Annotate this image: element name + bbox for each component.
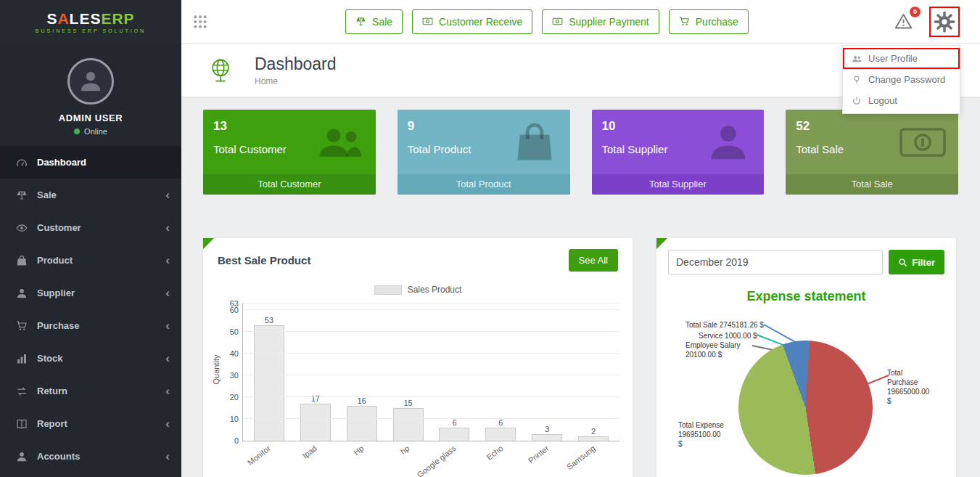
book-icon xyxy=(16,418,28,430)
chart-legend: Sales Product xyxy=(203,285,633,295)
stats-row: 13Total CustomerTotal Customer9Total Pro… xyxy=(203,110,958,195)
panel-corner-ribbon xyxy=(656,238,667,249)
y-tick-label: 50 xyxy=(219,327,239,336)
person-icon xyxy=(16,451,28,462)
stat-footer-link[interactable]: Total Sale xyxy=(786,174,958,195)
chevron-icon: ‹ xyxy=(165,385,170,397)
best-sale-title: Best Sale Product xyxy=(218,254,310,266)
return-arrows-icon xyxy=(16,386,28,397)
eye-icon xyxy=(16,222,28,234)
quick-action-customer-receive[interactable]: Customer Receive xyxy=(412,9,532,34)
sidebar-item-dashboard[interactable]: Dashboard xyxy=(0,146,181,179)
sidebar-item-sale[interactable]: Sale‹ xyxy=(0,179,181,211)
pie-label-employee-salary: Employee Salary 20100.00 $ xyxy=(685,341,758,359)
sidebar-item-label: Product xyxy=(37,255,73,266)
breadcrumb-home[interactable]: Home xyxy=(255,76,337,86)
person-icon xyxy=(16,288,28,299)
avatar[interactable] xyxy=(67,58,114,105)
bar-value-label: 15 xyxy=(403,399,412,407)
quick-action-purchase[interactable]: Purchase xyxy=(669,9,749,34)
stat-card-body: 9Total Product xyxy=(398,110,570,174)
bar-column: 16 xyxy=(345,303,379,441)
pie-label-total-sale: Total Sale 2745181.26 $ xyxy=(685,320,764,330)
stat-footer-link[interactable]: Total Product xyxy=(398,174,570,195)
chevron-icon: ‹ xyxy=(165,254,170,266)
y-tick-label: 63 xyxy=(219,299,239,308)
bar-value-label: 6 xyxy=(452,418,456,427)
legend-label: Sales Product xyxy=(408,285,462,295)
month-input[interactable] xyxy=(668,250,883,274)
bar-column: 15 xyxy=(391,303,426,441)
sidebar-item-report[interactable]: Report‹ xyxy=(0,407,181,440)
sidebar-item-purchase[interactable]: Purchase‹ xyxy=(0,309,181,342)
x-label-cell: Google glass xyxy=(437,441,472,477)
bar-ipad[interactable] xyxy=(300,404,331,441)
bar-category-label: Printer xyxy=(527,444,551,465)
pie-label-service: Service 1000.00 $ xyxy=(699,331,757,341)
apps-grid-icon[interactable] xyxy=(193,15,207,29)
bar-printer[interactable] xyxy=(532,434,562,441)
quick-action-supplier-payment[interactable]: Supplier Payment xyxy=(542,9,659,34)
expense-title: Expense statement xyxy=(656,289,956,304)
bar-monitor[interactable] xyxy=(254,325,284,441)
sidebar-item-label: Customer xyxy=(37,222,81,233)
sidebar-item-stock[interactable]: Stock‹ xyxy=(0,342,181,375)
quick-action-label: Supplier Payment xyxy=(569,16,649,28)
sidebar-item-return[interactable]: Return‹ xyxy=(0,375,181,407)
sidebar-item-label: Supplier xyxy=(37,288,75,298)
notifications-button[interactable]: 0 xyxy=(894,12,913,31)
stat-footer-link[interactable]: Total Supplier xyxy=(592,174,765,195)
bar-chart: Quantity 531716156632 010203040506063 xyxy=(203,302,633,441)
user-profile-block: ADMIN USER Online xyxy=(0,44,181,146)
bar-hp[interactable] xyxy=(393,408,424,441)
sidebar-item-product[interactable]: Product‹ xyxy=(0,244,181,277)
y-tick-label: 20 xyxy=(219,393,239,401)
bar-category-label: Echo xyxy=(485,444,504,462)
content: 13Total CustomerTotal Customer9Total Pro… xyxy=(181,97,980,477)
bar-hp[interactable] xyxy=(347,406,377,441)
user-menu-item-logout[interactable]: Logout xyxy=(843,90,960,111)
banknote-eye-icon xyxy=(552,16,563,27)
topbar-right: 0 xyxy=(894,11,955,33)
power-icon xyxy=(852,96,862,106)
stat-footer-link[interactable]: Total Customer xyxy=(203,174,376,195)
user-status-label: Online xyxy=(84,127,107,136)
bar-google-glass[interactable] xyxy=(439,428,469,441)
bar-samsung[interactable] xyxy=(578,436,609,441)
sidebar-item-accounts[interactable]: Accounts‹ xyxy=(0,440,181,473)
app: SALESERP Business ERP Solution ADMIN USE… xyxy=(0,0,980,477)
bar-category-label: Hp xyxy=(352,444,365,457)
quick-action-label: Sale xyxy=(372,16,392,28)
people-icon xyxy=(316,121,364,164)
see-all-button[interactable]: See All xyxy=(569,249,618,272)
panels-row: Best Sale Product See All Sales Product … xyxy=(203,238,958,477)
expense-pie[interactable] xyxy=(738,341,873,475)
person-icon xyxy=(78,69,103,94)
quick-action-label: Purchase xyxy=(696,16,738,28)
sidebar: SALESERP Business ERP Solution ADMIN USE… xyxy=(0,0,181,477)
filter-button[interactable]: Filter xyxy=(889,250,944,274)
user-menu-item-change-password[interactable]: Change Password xyxy=(843,69,960,90)
brand-logo[interactable]: SALESERP Business ERP Solution xyxy=(0,0,181,44)
topbar: SaleCustomer ReceiveSupplier PaymentPurc… xyxy=(181,0,980,44)
sidebar-item-label: Sale xyxy=(37,189,57,200)
sidebar-item-supplier[interactable]: Supplier‹ xyxy=(0,277,181,309)
gridline xyxy=(243,396,619,397)
scales-icon xyxy=(355,16,366,27)
user-name: ADMIN USER xyxy=(0,113,181,123)
bag-icon xyxy=(511,121,559,164)
people-icon xyxy=(852,54,862,64)
bar-value-label: 53 xyxy=(265,316,273,325)
bar-echo[interactable] xyxy=(485,428,516,441)
brand-tagline: Business ERP Solution xyxy=(36,28,146,33)
expense-panel: Filter Expense statement Total Sale 2745… xyxy=(656,238,956,477)
chevron-icon: ‹ xyxy=(165,319,170,332)
legend-swatch[interactable] xyxy=(374,285,402,295)
settings-button[interactable] xyxy=(934,11,955,33)
search-icon xyxy=(898,258,907,267)
bar-value-label: 16 xyxy=(358,396,366,405)
quick-action-sale[interactable]: Sale xyxy=(345,9,403,34)
sidebar-item-customer[interactable]: Customer‹ xyxy=(0,211,181,244)
gridline xyxy=(243,418,619,419)
user-menu-item-user-profile[interactable]: User Profile xyxy=(843,48,960,69)
